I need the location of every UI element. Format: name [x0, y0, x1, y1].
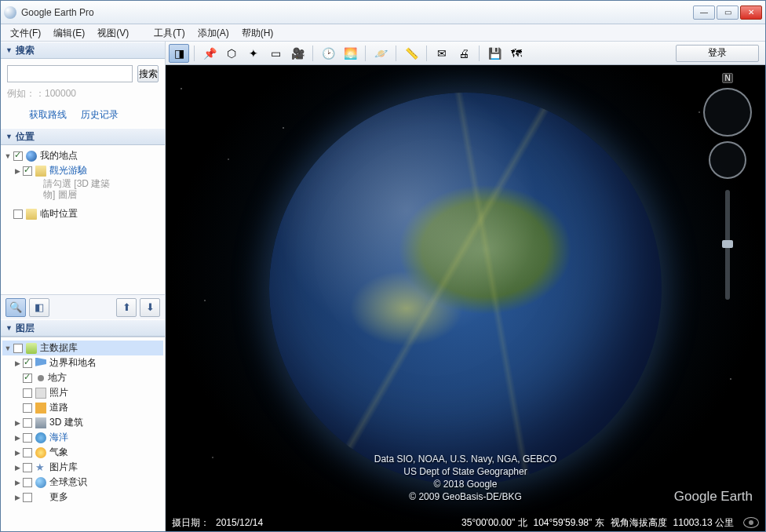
checkbox[interactable] [23, 478, 32, 487]
roads-label[interactable]: 道路 [49, 401, 68, 414]
sunlight-button[interactable]: 🌅 [340, 44, 360, 63]
polygon-button[interactable]: ⬡ [221, 44, 242, 63]
weather-label[interactable]: 气象 [49, 446, 68, 459]
maps-button[interactable]: 🗺 [506, 44, 527, 63]
search-history-link[interactable]: 历史记录 [81, 108, 119, 122]
expand-icon[interactable]: ▼ [4, 344, 12, 352]
menu-add[interactable]: 添加(A) [192, 24, 235, 41]
tree-row-primary-db[interactable]: ▼ 主数据库 [2, 341, 163, 355]
ocean-label[interactable]: 海洋 [49, 431, 68, 444]
awareness-label[interactable]: 全球意识 [49, 476, 87, 489]
checkbox[interactable] [23, 166, 32, 176]
tree-row-gallery[interactable]: ▶ ★ 图片库 [2, 460, 163, 475]
content-area: ▼ 搜索 搜索 例如：：100000 获取路线 历史记录 ▼ 位置 [1, 42, 765, 531]
compass-north-button[interactable]: N [722, 73, 732, 83]
search-input[interactable] [7, 65, 133, 82]
checkbox[interactable] [23, 403, 32, 413]
tree-row-more[interactable]: ▶ 更多 [2, 490, 163, 505]
search-header-label: 搜索 [16, 44, 35, 57]
checkbox[interactable] [23, 433, 32, 443]
get-directions-link[interactable]: 获取路线 [29, 108, 67, 122]
flag-icon [35, 358, 46, 369]
record-button[interactable]: 🎥 [287, 44, 308, 63]
checkbox[interactable] [13, 151, 23, 161]
checkbox[interactable] [13, 210, 23, 219]
minimize-button[interactable]: — [693, 5, 715, 20]
expand-icon[interactable]: ▶ [13, 434, 21, 442]
temp-places-label[interactable]: 临时位置 [40, 207, 78, 220]
history-button[interactable]: 🕑 [318, 44, 338, 63]
sightseeing-label[interactable]: 觀光游驗 [49, 164, 87, 177]
menu-edit[interactable]: 编辑(E) [47, 24, 91, 41]
look-ring[interactable] [703, 88, 752, 137]
overlay-button[interactable]: ▭ [265, 44, 286, 63]
gallery-label[interactable]: 图片库 [49, 461, 78, 474]
tree-row-temp-places[interactable]: 临时位置 [2, 206, 163, 221]
app-icon [4, 6, 16, 19]
globe-viewport[interactable]: N Data SIO, NOAA, U.S. Navy, NGA, GEBCO … [166, 65, 765, 531]
checkbox[interactable] [13, 344, 23, 353]
checkbox[interactable] [23, 418, 32, 428]
checkbox[interactable] [23, 359, 32, 368]
photos-label[interactable]: 照片 [49, 386, 68, 399]
borders-label[interactable]: 边界和地名 [49, 356, 97, 370]
menu-view[interactable]: 视图(V) [91, 24, 135, 41]
tree-row-weather[interactable]: ▶ 气象 [2, 445, 163, 460]
eye-alt-value: 11003.13 公里 [673, 516, 734, 530]
expand-icon[interactable]: ▼ [4, 152, 12, 160]
expand-icon[interactable]: ▶ [13, 494, 21, 501]
layers-panel-header[interactable]: ▼ 图层 [1, 319, 165, 337]
buildings-label[interactable]: 3D 建筑 [49, 416, 83, 429]
close-button[interactable]: ✕ [740, 5, 762, 20]
save-image-button[interactable]: 💾 [484, 44, 505, 63]
search-button[interactable]: 搜索 [137, 65, 159, 82]
zoom-handle[interactable] [722, 240, 733, 248]
menu-tools[interactable]: 工具(T) [148, 24, 191, 41]
tree-row-awareness[interactable]: ▶ 全球意识 [2, 475, 163, 490]
tree-row-3d-buildings[interactable]: ▶ 3D 建筑 [2, 415, 163, 430]
checkbox[interactable] [23, 373, 32, 383]
expand-icon[interactable]: ▶ [13, 464, 21, 472]
menu-help[interactable]: 帮助(H) [235, 24, 280, 41]
checkbox[interactable] [23, 463, 32, 472]
my-places-label[interactable]: 我的地点 [40, 149, 78, 162]
zoom-slider[interactable] [725, 190, 730, 300]
expand-icon[interactable]: ▶ [13, 359, 21, 367]
sidebar-toggle-button[interactable]: ◨ [169, 44, 189, 63]
panel-tool-button[interactable]: ◧ [29, 298, 49, 317]
search-panel-header[interactable]: ▼ 搜索 [1, 42, 165, 59]
tree-row-photos[interactable]: 照片 [2, 385, 163, 400]
tree-row-borders[interactable]: ▶ 边界和地名 [2, 355, 163, 370]
ruler-button[interactable]: 📏 [401, 44, 421, 63]
earth-globe[interactable] [269, 93, 662, 485]
expand-icon[interactable]: ▶ [13, 167, 21, 175]
places-panel-header[interactable]: ▼ 位置 [1, 128, 165, 145]
checkbox[interactable] [23, 493, 32, 502]
tree-row-sightseeing[interactable]: ▶ 觀光游驗 [2, 163, 163, 178]
maximize-button[interactable]: ▭ [717, 5, 739, 20]
places-layer-label[interactable]: 地方 [48, 371, 67, 384]
primary-db-label[interactable]: 主数据库 [40, 341, 78, 355]
login-button[interactable]: 登录 [676, 45, 759, 62]
print-button[interactable]: 🖨 [454, 44, 474, 63]
path-button[interactable]: ✦ [243, 44, 264, 63]
checkbox[interactable] [23, 388, 32, 398]
tree-row-places-layer[interactable]: 地方 [2, 370, 163, 385]
more-label[interactable]: 更多 [49, 490, 68, 504]
email-button[interactable]: ✉ [432, 44, 452, 63]
titlebar[interactable]: Google Earth Pro — ▭ ✕ [1, 1, 765, 24]
expand-icon[interactable]: ▶ [13, 479, 21, 486]
menu-file[interactable]: 文件(F) [4, 24, 47, 41]
find-tool-button[interactable]: 🔍 [5, 298, 26, 317]
expand-icon[interactable]: ▶ [13, 419, 21, 427]
tree-row-ocean[interactable]: ▶ 海洋 [2, 430, 163, 445]
expand-icon[interactable]: ▶ [13, 449, 21, 457]
checkbox[interactable] [23, 448, 32, 457]
down-button[interactable]: ⬇ [140, 298, 160, 317]
up-button[interactable]: ⬆ [116, 298, 137, 317]
planet-button[interactable]: 🪐 [370, 44, 391, 63]
tree-row-roads[interactable]: 道路 [2, 400, 163, 415]
tree-row-my-places[interactable]: ▼ 我的地点 [2, 148, 163, 163]
placemark-button[interactable]: 📌 [199, 44, 220, 63]
move-ring[interactable] [709, 141, 746, 179]
